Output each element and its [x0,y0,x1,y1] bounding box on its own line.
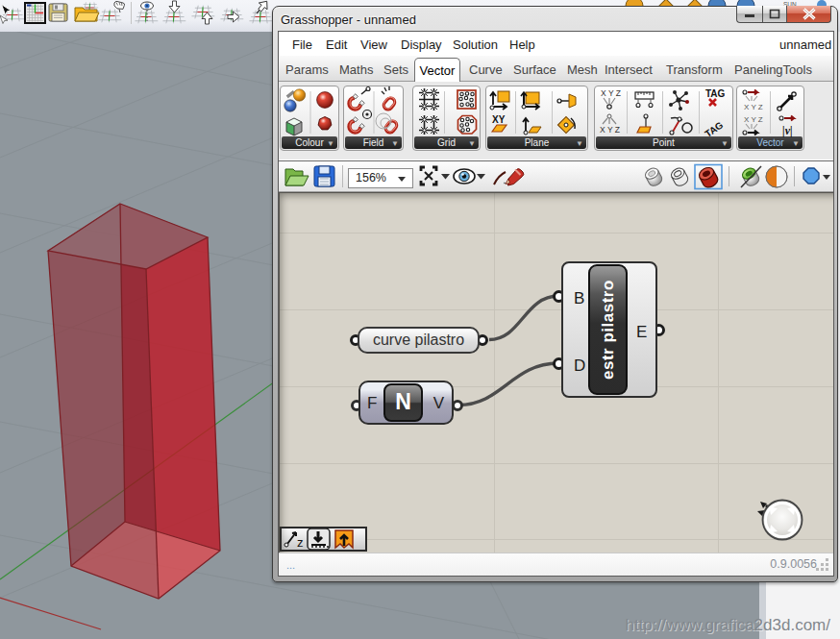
svg-text:X Y Z: X Y Z [744,103,763,111]
svg-text:|v|: |v| [782,124,793,137]
svg-text:X Y Z: X Y Z [744,115,763,124]
svg-text:XY: XY [492,114,506,125]
svg-text:z: z [297,535,304,550]
svg-text:TAG: TAG [703,119,725,139]
svg-text:X Y Z: X Y Z [601,88,621,98]
svg-text:TAG: TAG [705,88,726,99]
svg-text:X Y Z: X Y Z [600,125,620,135]
